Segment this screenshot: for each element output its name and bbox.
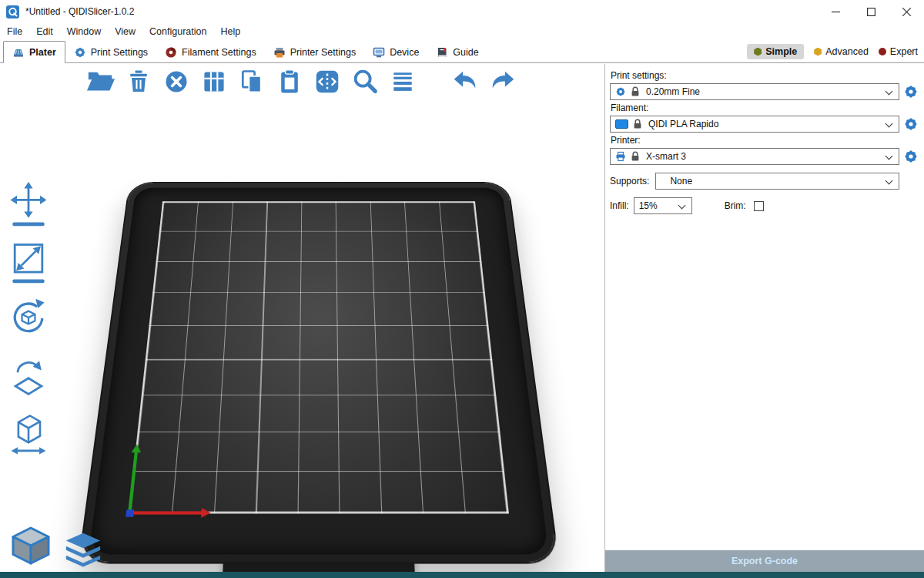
print-settings-combo[interactable]: 0.20mm Fine xyxy=(610,83,899,100)
rotate-icon xyxy=(8,295,49,341)
printer-icon xyxy=(615,151,626,162)
supports-label: Supports: xyxy=(610,176,649,187)
scale-icon xyxy=(8,238,49,284)
tab-filament-settings[interactable]: Filament Settings xyxy=(156,42,265,62)
maximize-icon xyxy=(867,8,875,16)
measure-icon xyxy=(8,409,49,455)
print-settings-label: Print settings: xyxy=(611,70,918,82)
window-controls xyxy=(818,0,924,23)
edit-print-settings-button[interactable] xyxy=(904,85,918,99)
close-button[interactable] xyxy=(889,0,924,23)
filament-combo[interactable]: QIDI PLA Rapido xyxy=(610,116,899,133)
menu-configuration[interactable]: Configuration xyxy=(142,25,213,39)
print-bed xyxy=(80,183,557,562)
menu-window[interactable]: Window xyxy=(60,25,108,39)
arrange-icon xyxy=(200,68,228,96)
editor-view-button[interactable] xyxy=(9,524,52,567)
advanced-mode-dot-icon xyxy=(814,48,822,56)
titlebar: *Untitled - QIDISlicer-1.0.2 xyxy=(0,0,924,23)
mode-simple[interactable]: Simple xyxy=(747,44,804,59)
maximize-button[interactable] xyxy=(853,0,889,23)
tab-print-settings[interactable]: Print Settings xyxy=(65,42,156,62)
move-button[interactable] xyxy=(6,181,51,227)
supports-combo[interactable]: None xyxy=(655,173,899,190)
filament-label: Filament: xyxy=(611,102,918,114)
mode-advanced[interactable]: Advanced xyxy=(814,46,869,57)
print-settings-row: 0.20mm Fine xyxy=(610,83,918,100)
menubar: File Edit Window View Configuration Help xyxy=(0,23,924,40)
tab-printer-settings[interactable]: Printer Settings xyxy=(265,42,364,62)
menu-edit[interactable]: Edit xyxy=(29,25,60,39)
scale-button[interactable] xyxy=(6,238,51,284)
3d-editor-view-icon xyxy=(9,524,52,567)
export-gcode-button[interactable]: Export G-code xyxy=(605,550,924,572)
view-switcher xyxy=(9,524,102,567)
rotate-button[interactable] xyxy=(6,295,51,341)
open-folder-icon xyxy=(86,67,116,96)
variable-layer-height-icon xyxy=(389,68,417,96)
mode-advanced-label: Advanced xyxy=(825,46,869,57)
tab-guide[interactable]: Guide xyxy=(427,42,487,62)
lock-icon xyxy=(631,151,641,162)
paste-icon xyxy=(276,68,303,96)
edit-filament-button[interactable] xyxy=(904,117,918,131)
preview-view-button[interactable] xyxy=(65,532,102,567)
undo-button[interactable] xyxy=(450,67,480,96)
search-button[interactable] xyxy=(350,67,380,96)
tab-device[interactable]: Device xyxy=(364,42,427,62)
copy-icon xyxy=(238,68,266,96)
chevron-down-icon xyxy=(678,202,685,210)
gear-icon xyxy=(904,150,918,163)
measure-button[interactable] xyxy=(6,409,51,455)
expert-mode-dot-icon xyxy=(879,48,886,55)
split-objects-button[interactable] xyxy=(313,67,342,96)
open-button[interactable] xyxy=(86,67,116,96)
copy-button[interactable] xyxy=(237,67,266,96)
gear-icon xyxy=(904,117,918,131)
settings-sidebar: Print settings: 0.20mm Fine Filament: xyxy=(604,64,924,572)
split-objects-icon xyxy=(313,67,342,96)
search-icon xyxy=(350,66,380,97)
printer-combo[interactable]: X-smart 3 xyxy=(610,148,899,165)
minimize-icon xyxy=(832,8,840,16)
filament-spool-icon xyxy=(165,46,177,59)
redo-icon xyxy=(488,67,517,96)
place-on-face-button[interactable] xyxy=(6,352,51,398)
brim-checkbox[interactable] xyxy=(754,201,764,211)
arrange-button[interactable] xyxy=(199,67,229,96)
app-logo-icon xyxy=(6,5,19,18)
move-icon xyxy=(8,181,49,227)
lock-icon xyxy=(631,86,641,97)
chevron-down-icon xyxy=(886,120,893,128)
lock-icon xyxy=(633,119,644,129)
redo-button[interactable] xyxy=(488,67,517,96)
delete-button[interactable] xyxy=(124,67,153,96)
x-axis-arrow xyxy=(130,511,202,514)
infill-row: Infill: 15% Brim: xyxy=(610,197,918,214)
menu-view[interactable]: View xyxy=(108,25,142,39)
chevron-down-icon xyxy=(886,177,893,185)
simple-mode-dot-icon xyxy=(754,48,762,56)
infill-combo[interactable]: 15% xyxy=(634,197,692,214)
delete-all-button[interactable] xyxy=(162,67,191,96)
edit-printer-button[interactable] xyxy=(904,150,918,163)
tab-plater[interactable]: Plater xyxy=(3,41,65,63)
menu-file[interactable]: File xyxy=(0,25,29,39)
tab-filament-settings-label: Filament Settings xyxy=(182,47,256,58)
mode-switcher: Simple Advanced Expert xyxy=(747,44,924,62)
paste-button[interactable] xyxy=(275,67,304,96)
book-icon xyxy=(436,46,448,59)
filament-row: QIDI PLA Rapido xyxy=(610,116,918,133)
mode-expert[interactable]: Expert xyxy=(879,46,918,57)
menu-help[interactable]: Help xyxy=(213,25,247,39)
minimize-button[interactable] xyxy=(818,0,853,23)
close-icon xyxy=(902,8,911,16)
delete-all-icon xyxy=(162,68,190,96)
print-settings-value: 0.20mm Fine xyxy=(646,86,700,97)
infill-value: 15% xyxy=(639,200,658,211)
printer-row: X-smart 3 xyxy=(610,148,918,165)
3d-viewport[interactable] xyxy=(0,64,604,572)
tab-print-settings-label: Print Settings xyxy=(91,47,148,58)
variable-layer-height-button[interactable] xyxy=(388,67,417,96)
mode-simple-label: Simple xyxy=(765,46,797,57)
